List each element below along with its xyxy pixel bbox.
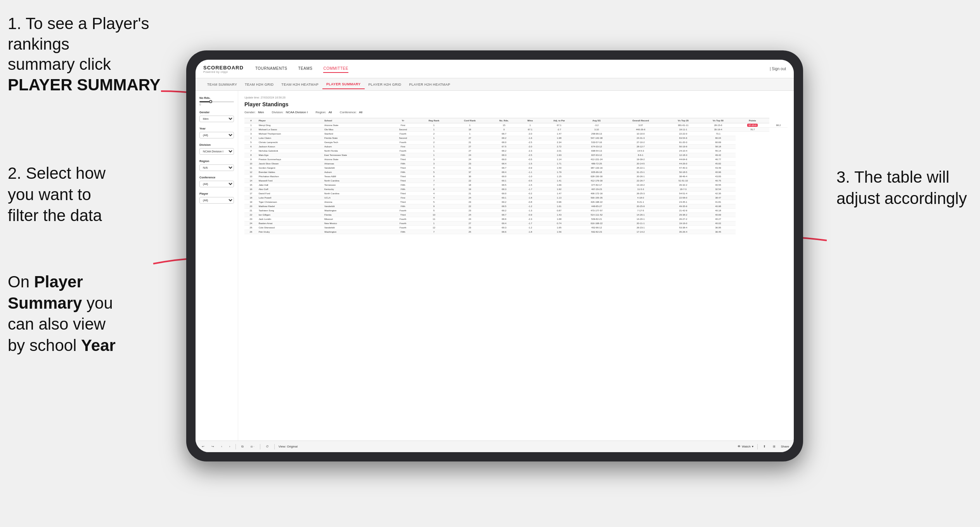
table-cell: 24-45-1: [666, 200, 701, 204]
nav-tournaments[interactable]: TOURNAMENTS: [255, 65, 287, 73]
table-row: 25Cole SherwoodVanderbiltFourth122369.3-…: [244, 226, 788, 230]
table-row: 23Jack LundinMissouriFourth112468.6-2.31…: [244, 217, 788, 221]
table-cell: -2.5: [519, 153, 540, 157]
clock-btn[interactable]: ⏱: [264, 444, 270, 449]
main-content: No Rds. 0 Gender Men: [196, 91, 794, 441]
table-cell: 616-168-22: [578, 221, 616, 226]
table-cell: 57-23-0: [736, 123, 769, 128]
undo-btn[interactable]: ↩: [200, 444, 206, 449]
annotation-number-2: 2.: [8, 164, 21, 182]
table-cell: 41.81: [701, 200, 736, 204]
subnav-team-summary[interactable]: TEAM SUMMARY: [203, 80, 241, 89]
table-cell: Alex Goff: [258, 187, 323, 192]
table-cell: 40.98: [701, 204, 736, 209]
table-cell: 9: [244, 157, 258, 162]
table-cell: -1.6: [519, 136, 540, 140]
table-row: 8Mats EgeEast Tennessee StateFifth12468.…: [244, 153, 788, 157]
nav-teams[interactable]: TEAMS: [298, 65, 312, 73]
table-cell: 29-38-2: [666, 213, 701, 217]
conference-select[interactable]: (All): [199, 181, 234, 187]
view-original[interactable]: View: Original: [279, 445, 298, 448]
table-cell: Washington: [323, 230, 390, 234]
table-cell: 28-12-7: [616, 145, 666, 149]
annotation-line2: summary click: [8, 55, 111, 73]
table-cell: 1.47: [540, 192, 578, 196]
export-btn[interactable]: ⬆: [762, 444, 767, 449]
table-cell: 628-150-30: [578, 175, 616, 179]
subnav-player-h2h-heatmap[interactable]: PLAYER H2H HEATMAP: [405, 80, 454, 89]
table-cell: 8-21-1: [616, 200, 666, 204]
table-cell: 2: [244, 128, 258, 132]
table-cell: Fourth: [390, 149, 417, 153]
table-cell: 24-10-4: [666, 149, 701, 153]
annotation-player-bold: PlayerSummary: [8, 273, 83, 312]
table-cell: 18: [244, 196, 258, 200]
back-btn[interactable]: ‹: [220, 444, 224, 449]
main-nav: TOURNAMENTS TEAMS COMMITTEE: [255, 65, 770, 73]
table-cell: 3.10: [578, 128, 616, 132]
table-row: 11Gordon SargentVanderbiltThird42168.7-0…: [244, 166, 788, 170]
table-cell: Fourth: [390, 140, 417, 145]
rds-slider: [199, 101, 234, 102]
table-cell: 1: [451, 132, 488, 136]
table-cell: 1.41: [540, 179, 578, 183]
paste-btn[interactable]: ⧈ ·: [249, 444, 256, 449]
table-cell: Arizona State: [323, 123, 390, 128]
table-cell: Gordon Sargent: [258, 166, 323, 170]
table-cell: 24: [451, 153, 488, 157]
table-cell: Arkansas: [323, 162, 390, 166]
table-cell: 2: [417, 140, 452, 145]
annotation-ml-line2: you want to: [8, 185, 91, 204]
watch-btn[interactable]: 👁 Watch ▾: [738, 445, 753, 448]
table-cell: 50-18-5: [666, 170, 701, 175]
gender-select[interactable]: Men: [199, 116, 234, 122]
table-cell: -1.7: [519, 221, 540, 226]
table-cell: Arizona State: [323, 157, 390, 162]
table-cell: 8: [417, 187, 452, 192]
table-cell: Jacob Skov Olesen: [258, 162, 323, 166]
copy-btn[interactable]: ⧉: [240, 444, 245, 449]
fwd-btn[interactable]: ›: [228, 444, 232, 449]
sign-out[interactable]: | Sign out: [770, 67, 786, 71]
table-cell: Fifth: [390, 162, 417, 166]
table-cell: 68.6: [488, 230, 520, 234]
table-cell: 547-142-38: [578, 136, 616, 140]
table-cell: Second: [390, 136, 417, 140]
table-cell: 67.5: [488, 145, 520, 149]
nav-committee[interactable]: COMMITTEE: [323, 65, 348, 73]
update-time: Update time: 27/03/2024 16:56:26: [244, 96, 788, 99]
year-select[interactable]: (All): [199, 132, 234, 138]
table-row: 7Nicholas GabrelcikNorth FloridaFourth12…: [244, 149, 788, 153]
table-cell: 17: [244, 192, 258, 196]
sidebar-region: Region N/A: [199, 159, 234, 171]
share-btn[interactable]: Share: [781, 445, 789, 448]
table-cell: 533-57-16: [578, 140, 616, 145]
table-cell: 28-15-0: [701, 123, 736, 128]
table-cell: 500-155-35: [578, 196, 616, 200]
table-cell: 68.7: [488, 166, 520, 170]
table-cell: Jake Hall: [258, 183, 323, 187]
table-cell: 40.27: [701, 217, 736, 221]
table-cell: 53-38-4: [666, 226, 701, 230]
subnav-team-h2h-heatmap[interactable]: TEAM H2H HEATMAP: [277, 80, 322, 89]
table-cell: 47-40-3: [666, 166, 701, 170]
annotation-right: 3. The table will adjust accordingly: [836, 167, 968, 209]
table-cell: North Carolina: [323, 179, 390, 183]
table-row: 9Preston SummerhaysArizona StateThird324…: [244, 157, 788, 162]
table-cell: 23: [244, 217, 258, 221]
table-cell: 40.02: [701, 221, 736, 226]
table-cell: Texas A&M: [323, 175, 390, 179]
table-cell: Preston Summerhays: [258, 157, 323, 162]
subnav-player-h2h-grid[interactable]: PLAYER H2H GRID: [365, 80, 405, 89]
subnav-player-summary[interactable]: PLAYER SUMMARY: [322, 80, 365, 89]
redo-btn[interactable]: ↪: [210, 444, 216, 449]
table-cell: Michael Le Sasso: [258, 128, 323, 132]
table-cell: 43.49: [701, 166, 736, 170]
subnav-team-h2h-grid[interactable]: TEAM H2H GRID: [241, 80, 277, 89]
sidebar-player: Player (All): [199, 192, 234, 204]
division-select[interactable]: NCAA Division I: [199, 148, 234, 155]
grid-btn[interactable]: ⊞: [771, 444, 777, 449]
player-select[interactable]: (All): [199, 197, 234, 204]
table-row: 3Michael ThorbjornsenStanfordFourth2168.…: [244, 132, 788, 136]
region-select[interactable]: N/A: [199, 164, 234, 171]
